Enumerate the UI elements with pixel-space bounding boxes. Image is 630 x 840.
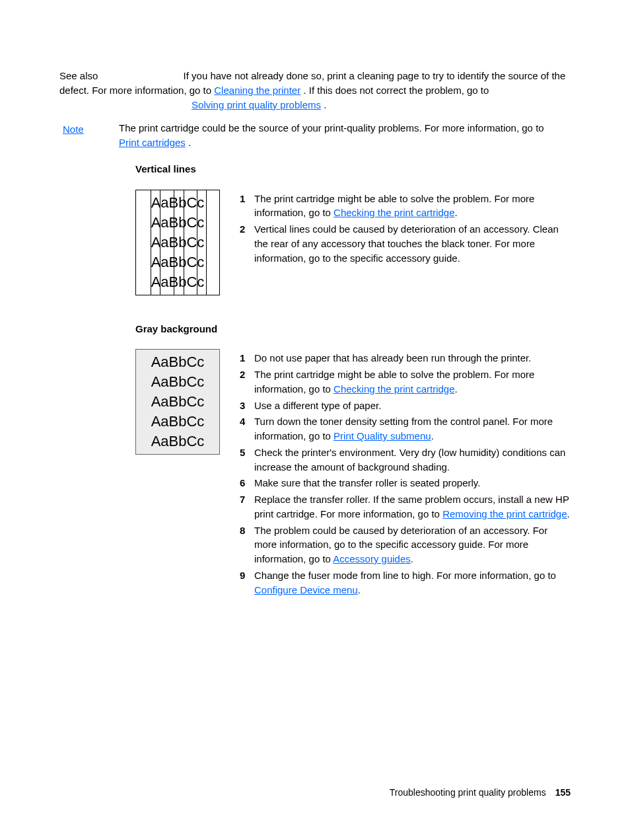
footer-page-number: 155 bbox=[555, 786, 571, 799]
figure-vertical-lines: AaBbCc AaBbCc AaBbCc AaBbCc AaBbCc bbox=[135, 190, 220, 295]
item-text: Do not use paper that has already been r… bbox=[254, 351, 571, 365]
sample-text-2a: AaBbCc bbox=[151, 355, 205, 369]
list-item: 1Do not use paper that has already been … bbox=[240, 351, 571, 365]
sample-text-1e: AaBbCc bbox=[151, 275, 205, 289]
period-2: . bbox=[188, 137, 191, 148]
item-text-post: . bbox=[358, 584, 361, 595]
item-text-pre: Change the fuser mode from line to high.… bbox=[254, 570, 556, 581]
page-root: See also If you have not already done so… bbox=[0, 0, 630, 840]
item-link[interactable]: Checking the print cartridge bbox=[333, 383, 454, 395]
sample-text-1a: AaBbCc bbox=[151, 196, 205, 210]
sample-text-1d: AaBbCc bbox=[151, 255, 205, 270]
sample-text-2e: AaBbCc bbox=[151, 434, 205, 449]
page-footer: Troubleshooting print quality problems 1… bbox=[390, 786, 571, 799]
item-text-post: . bbox=[455, 383, 458, 395]
intro-text-2: . If this does not correct the problem, … bbox=[303, 85, 489, 96]
list-item: 1The print cartridge might be able to so… bbox=[240, 192, 571, 221]
note-right: The print cartridge could be the source … bbox=[119, 121, 571, 150]
sample-text-1b: AaBbCc bbox=[151, 215, 205, 230]
item-link[interactable]: Accessory guides bbox=[333, 553, 411, 564]
list-item: 3Use a different type of paper. bbox=[240, 399, 571, 413]
figure-gray-background: AaBbCc AaBbCc AaBbCc AaBbCc AaBbCc bbox=[135, 349, 220, 455]
item-text-post: . bbox=[431, 430, 434, 441]
item-text: Replace the transfer roller. If the same… bbox=[254, 492, 571, 521]
see-also-para: See also If you have not already done so… bbox=[59, 69, 571, 112]
see-also-block: See also If you have not already done so… bbox=[59, 69, 571, 112]
item-link[interactable]: Removing the print cartridge bbox=[442, 508, 567, 519]
item-number: 6 bbox=[240, 476, 254, 490]
note-left: Note bbox=[59, 121, 119, 137]
item-text: The print cartridge might be able to sol… bbox=[254, 192, 571, 221]
footer-text: Troubleshooting print quality problems bbox=[390, 786, 546, 799]
item-text-pre: Make sure that the transfer roller is se… bbox=[254, 477, 480, 488]
item-link[interactable]: Configure Device menu bbox=[254, 584, 358, 595]
item-number: 2 bbox=[240, 367, 254, 382]
list-item: 8The problem could be caused by deterior… bbox=[240, 523, 571, 566]
item-text-pre: Check the printer's environment. Very dr… bbox=[254, 447, 565, 473]
item-number: 7 bbox=[240, 492, 254, 507]
figure-row-1: AaBbCc AaBbCc AaBbCc AaBbCc AaBbCc 1The … bbox=[59, 190, 571, 295]
heading-vertical-lines: Vertical lines bbox=[135, 162, 571, 176]
sample-text-2b: AaBbCc bbox=[151, 375, 205, 389]
sample-text-1c: AaBbCc bbox=[151, 235, 205, 250]
list-item: 9Change the fuser mode from line to high… bbox=[240, 568, 571, 597]
heading-gray-background: Gray background bbox=[135, 322, 571, 336]
sample-text-2d: AaBbCc bbox=[151, 414, 205, 429]
item-link[interactable]: Checking the print cartridge bbox=[333, 207, 454, 218]
section-gray-background: Gray background bbox=[59, 322, 571, 342]
item-number: 9 bbox=[240, 568, 254, 583]
link-solving-problems[interactable]: Solving print quality problems bbox=[192, 99, 321, 110]
link-cleaning-printer[interactable]: Cleaning the printer bbox=[214, 85, 300, 96]
list-item: 2Vertical lines could be caused by deter… bbox=[240, 222, 571, 265]
item-text-post: . bbox=[567, 508, 570, 519]
item-text: The print cartridge might be able to sol… bbox=[254, 367, 571, 397]
item-number: 3 bbox=[240, 399, 254, 413]
item-number: 1 bbox=[240, 192, 254, 206]
item-text-post: . bbox=[455, 207, 458, 218]
list-item: 6Make sure that the transfer roller is s… bbox=[240, 476, 571, 490]
item-link[interactable]: Print Quality submenu bbox=[333, 430, 431, 441]
item-text-post: the specific accessory guide. bbox=[333, 252, 460, 264]
item-text: Use a different type of paper. bbox=[254, 399, 571, 413]
note-row: Note The print cartridge could be the so… bbox=[59, 121, 571, 150]
sample-text-2c: AaBbCc bbox=[151, 395, 205, 409]
item-text: Make sure that the transfer roller is se… bbox=[254, 476, 571, 490]
list-item: 4Turn down the toner density setting fro… bbox=[240, 414, 571, 443]
item-text: Turn down the toner density setting from… bbox=[254, 414, 571, 443]
period-1: . bbox=[324, 99, 326, 110]
list-item: 5Check the printer's environment. Very d… bbox=[240, 445, 571, 475]
item-text: Vertical lines could be caused by deteri… bbox=[254, 222, 571, 265]
section-vertical-lines: Vertical lines bbox=[59, 162, 571, 182]
item-text: Check the printer's environment. Very dr… bbox=[254, 445, 571, 475]
item-number: 1 bbox=[240, 351, 254, 365]
see-also-label: See also bbox=[59, 70, 98, 81]
figure-row-2: AaBbCc AaBbCc AaBbCc AaBbCc AaBbCc 1Do n… bbox=[59, 349, 571, 599]
list-item: 2The print cartridge might be able to so… bbox=[240, 367, 571, 397]
item-number: 2 bbox=[240, 222, 254, 237]
item-number: 8 bbox=[240, 523, 254, 538]
item-text: The problem could be caused by deteriora… bbox=[254, 523, 571, 566]
item-number: 5 bbox=[240, 445, 254, 460]
item-text-post: . bbox=[411, 553, 413, 564]
section2-items: 1Do not use paper that has already been … bbox=[220, 349, 571, 599]
note-text-1: The print cartridge could be the source … bbox=[119, 122, 544, 134]
section1-items: 1The print cartridge might be able to so… bbox=[220, 190, 571, 268]
link-print-cartridges[interactable]: Print cartridges bbox=[119, 137, 186, 148]
item-text-pre: Do not use paper that has already been r… bbox=[254, 352, 531, 363]
item-text: Change the fuser mode from line to high.… bbox=[254, 568, 571, 597]
item-text-pre: Use a different type of paper. bbox=[254, 400, 381, 411]
item-number: 4 bbox=[240, 414, 254, 429]
note-link[interactable]: Note bbox=[63, 124, 84, 135]
list-item: 7Replace the transfer roller. If the sam… bbox=[240, 492, 571, 521]
